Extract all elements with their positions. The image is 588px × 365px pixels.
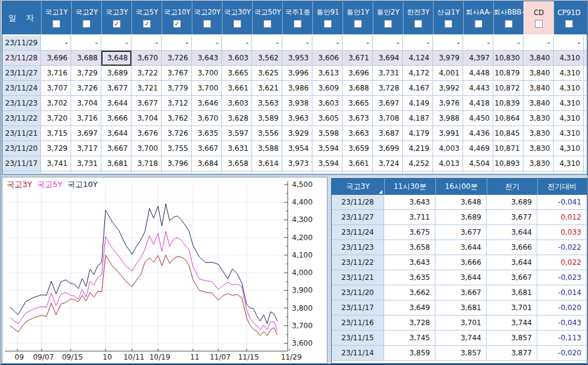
quote-cell[interactable]: 3,675 (384, 225, 435, 240)
quote-cell[interactable]: 3,643 (384, 255, 435, 270)
rate-cell[interactable]: 3,707 (41, 81, 71, 96)
rate-cell[interactable]: 3,729 (71, 66, 101, 81)
rate-cell[interactable]: - (252, 36, 282, 51)
rate-cell[interactable]: 3,643 (192, 51, 222, 66)
rate-cell[interactable]: - (71, 36, 101, 51)
rate-cell[interactable]: 4,469 (463, 141, 493, 156)
rate-cell[interactable]: - (373, 36, 403, 51)
quote-cell[interactable]: 0,033 (537, 225, 586, 240)
rate-cell[interactable]: 3,670 (192, 111, 222, 126)
rate-cell[interactable]: 3,720 (41, 111, 71, 126)
date-cell[interactable]: 23/11/27 (2, 66, 41, 81)
date-cell[interactable]: 23/11/21 (2, 126, 41, 141)
rate-cell[interactable]: 3,963 (282, 111, 312, 126)
column-checkbox[interactable]: ✓ (113, 20, 121, 28)
column-checkbox[interactable]: ✓ (143, 20, 151, 28)
date-cell[interactable]: 23/11/21 (332, 270, 384, 285)
date-cell[interactable]: 23/11/28 (2, 51, 41, 66)
rate-cell[interactable]: 4,310 (554, 81, 584, 96)
quote-cell[interactable]: 3,677 (487, 210, 537, 225)
rate-cell[interactable]: 4,448 (463, 66, 493, 81)
rate-cell[interactable]: 3,722 (131, 66, 162, 81)
rate-cell[interactable]: 4,397 (463, 51, 493, 66)
column-checkbox[interactable] (444, 20, 452, 28)
rate-cell[interactable]: 3,724 (373, 156, 403, 171)
quote-header-2[interactable]: 16시00분 (435, 179, 487, 195)
date-cell[interactable]: 23/11/29 (2, 36, 41, 51)
date-cell[interactable]: 23/11/20 (332, 285, 384, 300)
rate-cell[interactable]: 3,563 (252, 96, 282, 111)
rate-cell[interactable]: 3,762 (162, 111, 192, 126)
rate-cell[interactable]: 3,594 (312, 156, 343, 171)
rate-cell[interactable]: 3,648 (101, 51, 131, 66)
column-checkbox[interactable] (475, 20, 482, 28)
rate-cell[interactable]: 3,830 (523, 156, 554, 171)
rate-cell[interactable]: - (131, 36, 162, 51)
rate-cell[interactable]: 3,986 (282, 81, 312, 96)
rate-cell[interactable]: 3,717 (71, 141, 101, 156)
rate-cell[interactable]: 3,976 (433, 96, 463, 111)
rate-cell[interactable]: 3,954 (282, 141, 312, 156)
rate-cell[interactable]: 3,704 (71, 96, 101, 111)
rate-cell[interactable]: 3,594 (312, 141, 343, 156)
quote-cell[interactable]: 3,711 (384, 210, 435, 225)
rate-cell[interactable]: - (433, 36, 463, 51)
rate-cell[interactable]: - (493, 36, 523, 51)
rate-cell[interactable]: 3,716 (71, 111, 101, 126)
rate-cell[interactable]: 4,001 (433, 66, 463, 81)
rate-cell[interactable]: - (523, 36, 554, 51)
rate-cell[interactable]: 3,696 (41, 51, 71, 66)
column-checkbox[interactable] (505, 20, 513, 28)
rate-cell[interactable]: 3,840 (523, 96, 554, 111)
rate-cell[interactable]: 3,671 (343, 51, 373, 66)
rate-cell[interactable]: 3,676 (131, 126, 162, 141)
quote-cell[interactable]: 3,644 (487, 225, 537, 240)
rate-cell[interactable]: 4,003 (433, 141, 463, 156)
rate-cell[interactable]: - (101, 36, 131, 51)
rate-cell[interactable]: 3,721 (131, 81, 162, 96)
rate-cell[interactable]: 10,893 (493, 156, 523, 171)
rate-cell[interactable]: - (222, 36, 252, 51)
rate-cell[interactable]: 4,167 (403, 81, 433, 96)
rate-cell[interactable]: 3,840 (523, 51, 554, 66)
quote-cell[interactable]: 3,857 (435, 346, 487, 361)
rate-cell[interactable]: 3,755 (162, 141, 192, 156)
date-cell[interactable]: 23/11/22 (2, 111, 41, 126)
quote-cell[interactable]: -0,020 (537, 346, 586, 361)
rate-cell[interactable]: 3,661 (222, 81, 252, 96)
rate-cell[interactable]: 10,839 (493, 96, 523, 111)
rate-cell[interactable]: 3,659 (343, 141, 373, 156)
rate-cell[interactable]: 3,699 (373, 141, 403, 156)
rate-cell[interactable]: 3,673 (343, 111, 373, 126)
column-checkbox[interactable] (414, 20, 422, 28)
quote-cell[interactable]: 0,012 (537, 210, 586, 225)
column-checkbox[interactable] (264, 20, 271, 28)
rate-cell[interactable]: 4,252 (403, 156, 433, 171)
rate-cell[interactable]: 3,731 (373, 66, 403, 81)
rate-cell[interactable]: 4,219 (403, 141, 433, 156)
quote-cell[interactable]: -0,043 (537, 316, 586, 331)
rate-cell[interactable]: 3,688 (343, 81, 373, 96)
column-checkbox[interactable] (83, 20, 90, 28)
rate-cell[interactable]: 10,830 (493, 51, 523, 66)
rate-cell[interactable]: 3,614 (252, 156, 282, 171)
rate-cell[interactable]: 10,871 (493, 141, 523, 156)
date-cell[interactable]: 23/11/14 (332, 346, 384, 361)
rate-cell[interactable]: 3,603 (222, 96, 252, 111)
rate-cell[interactable]: - (463, 36, 493, 51)
rate-cell[interactable]: 3,979 (433, 51, 463, 66)
date-cell[interactable]: 23/11/17 (2, 156, 41, 171)
rate-cell[interactable]: 3,665 (222, 66, 252, 81)
rate-cell[interactable]: 3,644 (101, 126, 131, 141)
column-checkbox[interactable] (324, 20, 332, 28)
rate-cell[interactable]: - (41, 36, 71, 51)
rate-cell[interactable]: 3,708 (373, 111, 403, 126)
rate-cell[interactable]: 3,741 (41, 156, 71, 171)
date-cell[interactable]: 23/11/15 (332, 331, 384, 346)
rate-cell[interactable]: - (192, 36, 222, 51)
quote-cell[interactable]: 3,643 (384, 195, 435, 210)
quote-cell[interactable]: 3,644 (487, 255, 537, 270)
column-checkbox[interactable]: ✓ (173, 20, 181, 28)
rate-cell[interactable]: 3,603 (312, 96, 343, 111)
rate-cell[interactable]: 3,677 (101, 81, 131, 96)
